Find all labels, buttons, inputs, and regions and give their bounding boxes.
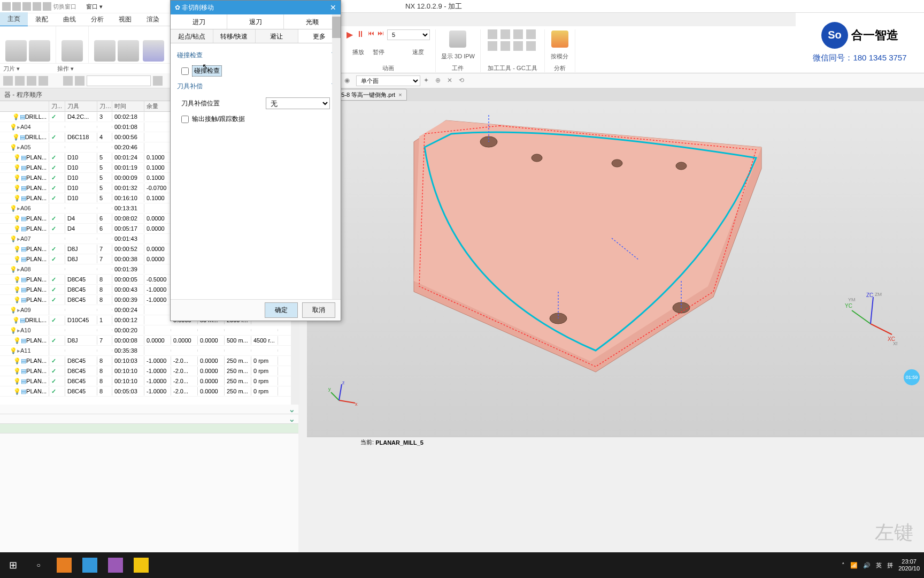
search-button[interactable]: ○	[26, 552, 51, 578]
qat-icon[interactable]	[43, 2, 51, 11]
tab-transfer[interactable]: 转移/快速	[213, 29, 256, 43]
svg-text:ZC: ZC	[866, 292, 873, 298]
forward-icon[interactable]: ⏭	[378, 29, 384, 40]
comp-pos-select[interactable]: 无	[266, 97, 330, 109]
panel-collapse[interactable]: ⌄	[0, 414, 298, 424]
network-icon[interactable]: 📶	[850, 562, 858, 569]
sel-icon[interactable]: ⊕	[435, 77, 444, 85]
ime-mode[interactable]: 拼	[887, 561, 893, 569]
switch-window[interactable]: 切换窗口	[53, 3, 76, 11]
collision-check-label[interactable]: 碰撞检查	[192, 65, 222, 77]
sim-split-button[interactable]	[551, 31, 568, 48]
qat-icon[interactable]	[2, 2, 11, 11]
gc-tool-icon[interactable]	[513, 41, 523, 51]
properties-button[interactable]	[61, 40, 83, 62]
menu-render[interactable]: 渲染	[139, 13, 167, 26]
gc-tool-icon[interactable]	[526, 41, 536, 51]
start-button[interactable]: ⊞	[0, 552, 26, 578]
tree-row[interactable]: 💡▤ PLAN...✓D8J700:00:080.00000.00000.000…	[0, 336, 299, 346]
verify-tp-button[interactable]	[118, 40, 139, 62]
ok-button[interactable]: 确定	[265, 302, 298, 318]
close-icon[interactable]: ✕	[330, 3, 336, 12]
sel-icon[interactable]: ◉	[344, 77, 353, 85]
cancel-button[interactable]: 取消	[302, 302, 335, 318]
menu-curve[interactable]: 曲线	[56, 13, 83, 26]
tree-row[interactable]: 💡▸ A1100:35:38	[0, 346, 299, 356]
taskbar-app[interactable]	[77, 552, 103, 578]
svg-text:YC: YC	[845, 303, 852, 309]
qat-icon[interactable]	[33, 2, 41, 11]
tb-icon[interactable]	[153, 76, 163, 86]
svg-point-5	[532, 154, 542, 162]
collision-check-checkbox[interactable]	[181, 67, 189, 75]
part-model	[339, 104, 767, 404]
gc-tool-icon[interactable]	[513, 29, 523, 39]
dialog-scrollbar[interactable]	[332, 14, 341, 299]
quick-access-toolbar: 切换窗口 窗口 ▾	[0, 0, 171, 13]
operation-dropdown[interactable]: 操作 ▾	[57, 65, 74, 73]
tb-icon[interactable]	[63, 76, 73, 86]
tb-icon[interactable]	[75, 76, 84, 86]
qat-icon[interactable]	[12, 2, 21, 11]
tree-row[interactable]: 💡▸ A1000:00:20	[0, 325, 299, 336]
panel-collapse[interactable]	[0, 424, 298, 434]
window-menu[interactable]: 窗口 ▾	[86, 3, 103, 11]
panel-collapse[interactable]: ⌄	[0, 405, 298, 414]
play-icon[interactable]: ▶	[346, 29, 353, 40]
rewind-icon[interactable]: ⏮	[368, 29, 374, 40]
tab-start[interactable]: 起点/钻点	[171, 29, 213, 43]
gc-tool-icon[interactable]	[488, 41, 497, 51]
speed-select[interactable]: 5	[387, 29, 430, 40]
tree-row[interactable]: 💡▤ PLAN...✓D8C45800:10:10-1.0000-2.0...0…	[0, 366, 299, 376]
output-contact-label[interactable]: 输出接触/跟踪数据	[192, 115, 245, 124]
svg-point-6	[612, 159, 622, 167]
tree-row[interactable]: 💡▤ PLAN...✓D8C45800:05:03-1.0000-2.0...0…	[0, 386, 299, 397]
menu-home[interactable]: 主页	[0, 12, 28, 27]
taskbar-app[interactable]	[128, 552, 154, 578]
menu-view[interactable]: 视图	[111, 13, 139, 26]
generate-tp-button[interactable]	[94, 40, 116, 62]
taskbar-app[interactable]	[51, 552, 77, 578]
tab-engage[interactable]: 进刀	[171, 14, 227, 29]
gc-tool-icon[interactable]	[526, 29, 536, 39]
sel-icon[interactable]: ✦	[424, 77, 432, 85]
svg-line-14	[871, 297, 873, 324]
clock[interactable]: 23:07 2020/10	[898, 558, 920, 572]
system-tray[interactable]: ˄ 📶 🔊 英 拼 23:07 2020/10	[837, 552, 924, 578]
tree-row[interactable]: 💡▤ PLAN...✓D8C45800:10:10-1.0000-2.0...0…	[0, 376, 299, 386]
tb-icon[interactable]	[15, 76, 25, 86]
vericut-button[interactable]	[143, 40, 164, 62]
tool-comp-section-header[interactable]: 刀具补偿˄	[177, 79, 334, 94]
gc-tool-icon[interactable]	[500, 41, 510, 51]
output-contact-checkbox[interactable]	[181, 116, 189, 123]
create-op-button[interactable]	[29, 40, 50, 62]
ime-indicator[interactable]: 英	[876, 561, 882, 569]
volume-icon[interactable]: 🔊	[863, 562, 871, 569]
menu-assembly[interactable]: 装配	[28, 13, 56, 26]
sel-icon[interactable]: ✕	[447, 77, 456, 85]
tb-icon[interactable]	[38, 76, 48, 86]
collision-section-header[interactable]: 碰撞检查˄	[177, 48, 334, 63]
show-3d-ipw-button[interactable]	[449, 31, 466, 48]
tab-retract[interactable]: 退刀	[227, 14, 284, 29]
menu-analysis[interactable]: 分析	[83, 13, 111, 26]
pause-icon[interactable]: ⏸	[356, 29, 365, 40]
slice-dropdown[interactable]: 刀片 ▾	[3, 65, 20, 73]
tb-icon[interactable]	[27, 76, 36, 86]
gc-tool-icon[interactable]	[488, 29, 497, 39]
create-geom-button[interactable]	[5, 40, 27, 62]
selection-mode-select[interactable]: 单个面	[356, 75, 420, 86]
tb-icon[interactable]	[3, 76, 13, 86]
filter-input[interactable]	[87, 75, 151, 86]
sel-icon[interactable]: ⟲	[459, 77, 467, 85]
tab-avoid[interactable]: 避让	[256, 29, 298, 43]
tray-up-icon[interactable]: ˄	[842, 562, 845, 569]
taskbar-app[interactable]	[103, 552, 128, 578]
qat-icon[interactable]	[22, 2, 31, 11]
graphics-viewport[interactable]: rt× ▣ 15-8 等高一键倒角.prt× XCXM YCYM ZCZM x …	[307, 88, 924, 438]
svg-text:x: x	[355, 401, 358, 407]
gc-tool-icon[interactable]	[500, 29, 510, 39]
tree-row[interactable]: 💡▤ PLAN...✓D8C45800:10:03-1.0000-2.0...0…	[0, 356, 299, 366]
close-icon[interactable]: ×	[398, 92, 402, 98]
dialog-title-bar[interactable]: ✿ 非切削移动 ✕	[171, 1, 341, 14]
